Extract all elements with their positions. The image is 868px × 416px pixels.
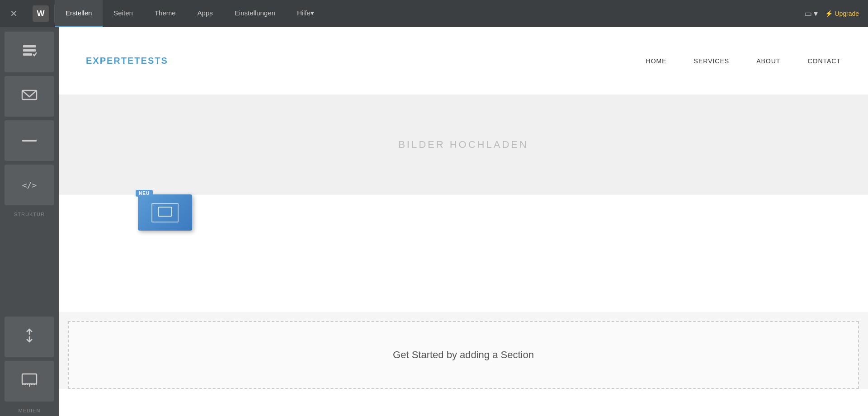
site-nav-about[interactable]: ABOUT <box>756 57 780 65</box>
embed-icon <box>21 373 38 389</box>
logo-area: W <box>27 0 54 27</box>
site-nav-contact[interactable]: CONTACT <box>807 57 841 65</box>
main-content: EXPERTETESTS HOME SERVICES ABOUT CONTACT… <box>59 27 868 416</box>
sidebar-item-code[interactable]: </> <box>5 165 54 205</box>
nav-right: ▭ ▾ ⚡ Upgrade <box>804 9 868 19</box>
site-logo: EXPERTETESTS <box>86 56 168 66</box>
nav-items: Erstellen Seiten Theme Apps Einstellunge… <box>55 0 804 27</box>
chevron-down-icon: ▾ <box>814 9 818 19</box>
top-navigation: ✕ W Erstellen Seiten Theme Apps Einstell… <box>0 0 868 27</box>
nav-item-einstellungen[interactable]: Einstellungen <box>224 0 286 27</box>
image-upload-section[interactable]: BILDER HOCHLADEN <box>59 95 868 194</box>
drag-element-icon <box>151 203 179 222</box>
site-nav-services[interactable]: SERVICES <box>694 57 730 65</box>
sidebar-item-form[interactable] <box>5 32 54 72</box>
lightning-icon: ⚡ <box>825 10 833 17</box>
svg-rect-0 <box>23 45 36 47</box>
site-nav-home[interactable]: HOME <box>646 57 667 65</box>
svg-rect-2 <box>23 53 32 56</box>
site-nav: HOME SERVICES ABOUT CONTACT <box>646 57 841 65</box>
image-upload-text: BILDER HOCHLADEN <box>398 139 528 151</box>
code-icon: </> <box>22 180 37 190</box>
upgrade-button[interactable]: ⚡ Upgrade <box>825 10 859 17</box>
drag-element[interactable]: NEU <box>138 194 192 231</box>
svg-rect-7 <box>22 374 37 384</box>
svg-rect-10 <box>158 207 172 216</box>
nav-item-erstellen[interactable]: Erstellen <box>55 0 103 27</box>
sidebar-section-label-medien: MEDIEN <box>0 408 59 413</box>
mail-icon <box>21 89 38 104</box>
close-icon: ✕ <box>10 8 18 19</box>
spacer-icon <box>22 328 37 345</box>
bottom-area: Get Started by adding a Section <box>59 312 868 389</box>
sidebar-item-embed[interactable] <box>5 361 54 402</box>
nav-item-theme[interactable]: Theme <box>144 0 187 27</box>
get-started-text: Get Started by adding a Section <box>393 349 534 361</box>
close-button[interactable]: ✕ <box>0 0 27 27</box>
nav-item-seiten[interactable]: Seiten <box>103 0 144 27</box>
website-header: EXPERTETESTS HOME SERVICES ABOUT CONTACT <box>59 27 868 95</box>
sidebar-item-divider[interactable] <box>5 120 54 161</box>
device-selector[interactable]: ▭ ▾ <box>804 9 818 19</box>
weebly-logo: W <box>33 5 49 22</box>
monitor-icon: ▭ <box>804 9 812 19</box>
nav-item-apps[interactable]: Apps <box>187 0 224 27</box>
nav-item-hilfe[interactable]: Hilfe ▾ <box>286 0 325 27</box>
svg-rect-1 <box>23 49 36 52</box>
left-sidebar: </> STRUKTUR MEDIEN <box>0 27 59 416</box>
sidebar-item-spacer[interactable] <box>5 317 54 357</box>
svg-rect-4 <box>22 140 37 142</box>
sidebar-section-label-struktur: STRUKTUR <box>0 212 59 217</box>
website-preview: EXPERTETESTS HOME SERVICES ABOUT CONTACT… <box>59 27 868 416</box>
sidebar-item-mail[interactable] <box>5 76 54 117</box>
new-badge: NEU <box>136 190 153 197</box>
form-icon <box>22 44 37 60</box>
divider-icon <box>21 135 38 147</box>
add-section-area[interactable]: Get Started by adding a Section <box>68 321 859 389</box>
